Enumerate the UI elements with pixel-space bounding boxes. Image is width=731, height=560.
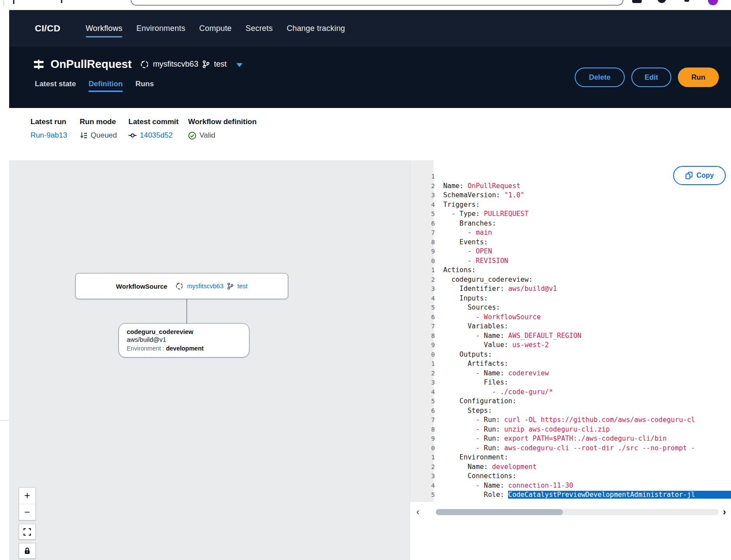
queued-icon: [80, 132, 88, 139]
branch-icon: [227, 282, 234, 290]
workflow-diagram-canvas: WorkflowSource mysfitscvb63 test codegur…: [9, 160, 410, 560]
line-text: Configuration:: [443, 397, 516, 406]
repository-icon: [175, 282, 183, 290]
line-number: 27: [418, 415, 435, 425]
line-number: 14: [418, 294, 435, 304]
line-number: 18: [418, 331, 435, 341]
caret-down-icon[interactable]: [236, 63, 243, 67]
line-text: Events:: [443, 238, 488, 247]
search-input[interactable]: [131, 0, 623, 6]
action-environment: Environment : development: [127, 345, 241, 352]
edit-button[interactable]: Edit: [631, 67, 671, 87]
delete-button[interactable]: Delete: [575, 67, 625, 87]
line-text: Role: CodeCatalystPreviewDevelopmentAdmi…: [443, 490, 731, 500]
zoom-in-button[interactable]: +: [19, 488, 35, 504]
node-branch-link[interactable]: test: [237, 283, 247, 290]
code-line: 28 - Run: unzip aws-codeguru-cli.zip: [410, 425, 731, 435]
scrollbar-track[interactable]: [436, 509, 719, 515]
line-number: 11: [418, 266, 435, 275]
zoom-controls: + −: [19, 487, 36, 520]
line-number: 26: [418, 406, 435, 416]
summary-value: 14035d52: [128, 131, 179, 140]
scroll-right-chevron[interactable]: ›: [720, 506, 729, 518]
line-text: codeguru_codereview:: [443, 275, 532, 285]
line-number: 30: [418, 444, 435, 453]
code-line: 13 Identifier: aws/build@v1: [410, 284, 731, 294]
node-repo-row: mysfitscvb63 test: [175, 282, 247, 290]
line-text: - Run: aws-codeguru-cli --root-dir ./src…: [443, 444, 695, 453]
line-number: 20: [418, 350, 435, 360]
codeguru-action-node[interactable]: codeguru_codereview aws/build@v1 Environ…: [118, 323, 249, 358]
nav-items: WorkflowsEnvironmentsComputeSecretsChang…: [86, 24, 345, 33]
line-text: Value: us-west-2: [443, 341, 549, 350]
code-lines[interactable]: 12Name: OnPullRequest3SchemaVersion: "1.…: [410, 172, 731, 500]
line-number: 35: [418, 490, 435, 500]
repository-icon: [140, 60, 149, 69]
nav-item-workflows[interactable]: Workflows: [86, 24, 122, 33]
code-line: 17 Variables:: [410, 322, 731, 331]
nav-item-compute[interactable]: Compute: [199, 24, 232, 33]
tab-latest-state[interactable]: Latest state: [35, 80, 76, 91]
repo-branch-selector[interactable]: mysfitscvb63 test: [140, 60, 243, 69]
code-line: 15 Sources:: [410, 303, 731, 313]
wf-tabs: Latest stateDefinitionRuns: [35, 80, 154, 91]
line-text: - REVISION: [443, 256, 508, 266]
code-line: 4Triggers:: [410, 200, 731, 210]
code-line: 35 Role: CodeCatalystPreviewDevelopmentA…: [410, 490, 731, 500]
workflow-title-row: OnPullRequest mysfitscvb63 test: [34, 57, 243, 71]
line-text: Outputs:: [443, 350, 492, 360]
code-line: 6 Branches:: [410, 219, 731, 229]
line-text: - Run: curl -OL https://github.com/aws/a…: [443, 415, 695, 425]
repo-name[interactable]: mysfitscvb63: [153, 60, 198, 69]
line-text: - WorkflowSource: [443, 313, 541, 322]
nav-item-environments[interactable]: Environments: [136, 24, 185, 33]
scroll-left-chevron[interactable]: ‹: [414, 506, 422, 518]
summary-value-text[interactable]: Run-9ab13: [30, 131, 67, 140]
branch-icon: [202, 60, 210, 68]
header-buttons: Delete Edit Run: [575, 67, 719, 87]
node-repo-link[interactable]: mysfitscvb63: [187, 283, 223, 290]
line-number: 21: [418, 359, 435, 369]
summary-label: Run mode: [80, 118, 117, 126]
tab-runs[interactable]: Runs: [135, 80, 154, 91]
avatar[interactable]: [708, 0, 718, 5]
scrollbar-thumb[interactable]: [436, 509, 563, 515]
line-text: Name: development: [443, 462, 537, 472]
valid-icon: [188, 132, 196, 140]
zoom-out-button[interactable]: −: [19, 504, 35, 520]
line-text: SchemaVersion: "1.0": [443, 191, 525, 200]
line-number: 8: [418, 238, 435, 247]
fullscreen-button[interactable]: [19, 524, 36, 540]
app-window: CI/CD WorkflowsEnvironmentsComputeSecret…: [0, 0, 731, 560]
code-line: 3SchemaVersion: "1.0": [410, 191, 731, 200]
global-topbar: [0, 0, 731, 10]
workflow-source-node[interactable]: WorkflowSource mysfitscvb63 test: [75, 273, 288, 299]
branch-name[interactable]: test: [214, 60, 226, 69]
lock-button[interactable]: [19, 543, 36, 559]
bell-icon[interactable]: [684, 0, 689, 2]
copy-button[interactable]: Copy: [673, 166, 726, 185]
line-number: 12: [418, 275, 435, 285]
line-number: 34: [418, 481, 435, 491]
line-number: 6: [418, 219, 435, 229]
code-line: 12 codeguru_codereview:: [410, 275, 731, 285]
help-icon[interactable]: [657, 0, 666, 3]
nav-brand: CI/CD: [35, 23, 61, 34]
grid-icon[interactable]: [632, 0, 642, 3]
run-button[interactable]: Run: [678, 67, 719, 87]
line-text: Files:: [443, 378, 508, 388]
nav-item-change-tracking[interactable]: Change tracking: [286, 24, 345, 33]
code-line: 14 Inputs:: [410, 294, 731, 304]
summary-value: Run-9ab13: [30, 131, 67, 140]
line-text: Artifacts:: [443, 359, 508, 369]
summary-value-text[interactable]: 14035d52: [140, 131, 173, 140]
nav-item-secrets[interactable]: Secrets: [246, 24, 273, 33]
line-text: Name: OnPullRequest: [443, 182, 520, 191]
code-line: 5 - Type: PULLREQUEST: [410, 209, 731, 219]
tab-definition[interactable]: Definition: [88, 80, 122, 91]
line-number: 24: [418, 388, 435, 397]
line-number: 3: [418, 191, 435, 200]
line-text: Variables:: [443, 322, 508, 331]
line-number: 10: [418, 256, 435, 266]
commit-icon: [128, 132, 137, 139]
